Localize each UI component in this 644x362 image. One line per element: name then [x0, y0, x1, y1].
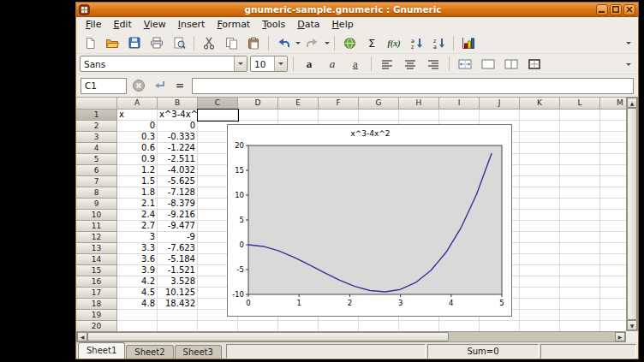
cell-H1[interactable] [399, 110, 439, 121]
row-header-19[interactable]: 19 [76, 310, 117, 321]
row-header-15[interactable]: 15 [76, 265, 117, 276]
cell-B20[interactable] [158, 321, 198, 331]
column-header-M[interactable]: M [600, 98, 626, 110]
center-across-selection-button[interactable] [455, 55, 475, 74]
cell-A1[interactable]: x [117, 110, 158, 121]
merge-cells-button[interactable] [478, 55, 498, 74]
cell-M3[interactable] [600, 132, 626, 143]
cell-K19[interactable] [520, 310, 560, 321]
sheet-tab-sheet3[interactable]: Sheet3 [175, 345, 222, 359]
cell-K17[interactable] [520, 288, 560, 299]
menu-help[interactable]: Help [326, 18, 360, 32]
cell-K7[interactable] [520, 176, 560, 187]
redo-dropdown-arrow[interactable] [325, 42, 330, 47]
cell-A14[interactable]: 3.6 [117, 254, 158, 265]
scroll-right-button[interactable]: ▶ [615, 332, 625, 341]
cell-M5[interactable] [600, 154, 626, 165]
cell-F1[interactable] [319, 110, 359, 121]
redo-button[interactable] [302, 33, 323, 52]
row-header-12[interactable]: 12 [76, 232, 117, 243]
cell-L17[interactable] [560, 288, 600, 299]
cell-M10[interactable] [600, 210, 626, 221]
cell-H20[interactable] [399, 321, 439, 331]
cell-A4[interactable]: 0.6 [117, 143, 158, 154]
cell-M7[interactable] [600, 176, 626, 187]
cell-K2[interactable] [520, 121, 560, 132]
row-header-4[interactable]: 4 [76, 143, 117, 154]
cell-K6[interactable] [520, 165, 560, 176]
cell-C1[interactable] [198, 110, 238, 121]
cell-B13[interactable]: -7.623 [158, 243, 198, 254]
column-header-C[interactable]: C [198, 98, 238, 110]
column-header-A[interactable]: A [117, 98, 158, 110]
cell-A3[interactable]: 0.3 [117, 132, 158, 143]
column-header-G[interactable]: G [359, 98, 399, 110]
cell-A11[interactable]: 2.7 [117, 221, 158, 232]
select-all-corner[interactable] [76, 98, 117, 110]
row-header-2[interactable]: 2 [76, 121, 117, 132]
cell-A13[interactable]: 3.3 [117, 243, 158, 254]
scroll-down-button[interactable]: ▼ [627, 320, 637, 330]
cell-A5[interactable]: 0.9 [117, 154, 158, 165]
minimize-button[interactable] [596, 4, 608, 15]
cell-L18[interactable] [560, 299, 600, 310]
column-header-L[interactable]: L [560, 98, 600, 110]
row-header-16[interactable]: 16 [76, 276, 117, 288]
cell-M9[interactable] [600, 199, 626, 210]
cell-K13[interactable] [520, 243, 560, 254]
cell-L6[interactable] [560, 165, 600, 176]
cell-A2[interactable]: 0 [117, 121, 158, 132]
italic-button[interactable]: a [322, 55, 343, 74]
horizontal-scrollbar[interactable]: ◀ ▶ [76, 331, 626, 342]
scroll-left-button[interactable]: ◀ [77, 332, 87, 341]
cell-L7[interactable] [560, 176, 600, 187]
print-preview-button[interactable] [169, 33, 189, 52]
cell-K10[interactable] [520, 210, 560, 221]
cell-L5[interactable] [560, 154, 600, 165]
cell-M13[interactable] [600, 243, 626, 254]
menu-tools[interactable]: Tools [256, 18, 291, 32]
save-button[interactable] [124, 33, 145, 52]
cell-M16[interactable] [600, 276, 626, 288]
cell-A7[interactable]: 1.5 [117, 176, 158, 187]
cell-L4[interactable] [560, 143, 600, 154]
sum-button[interactable]: Σ [361, 33, 382, 52]
cell-G1[interactable] [359, 110, 399, 121]
cell-B11[interactable]: -9.477 [158, 221, 198, 232]
cell-E20[interactable] [278, 321, 319, 331]
cell-B7[interactable]: -5.625 [158, 176, 198, 187]
cell-L1[interactable] [560, 110, 600, 121]
row-header-6[interactable]: 6 [76, 165, 117, 176]
cell-A16[interactable]: 4.2 [117, 276, 158, 288]
cell-A19[interactable] [117, 310, 158, 321]
cell-K15[interactable] [520, 265, 560, 276]
cell-B1[interactable]: x^3-4x^2 [158, 110, 198, 121]
cell-L2[interactable] [560, 121, 600, 132]
row-header-1[interactable]: 1 [76, 110, 117, 121]
cell-M11[interactable] [600, 221, 626, 232]
cell-B8[interactable]: -7.128 [158, 187, 198, 199]
titlebar[interactable]: gnumeric-sample.gnumeric : Gnumeric [76, 3, 638, 17]
cell-M6[interactable] [600, 165, 626, 176]
cell-D1[interactable] [238, 110, 278, 121]
formula-entry[interactable] [192, 78, 634, 94]
cell-D20[interactable] [238, 321, 278, 331]
row-header-5[interactable]: 5 [76, 154, 117, 165]
cell-L8[interactable] [560, 187, 600, 199]
cell-B10[interactable]: -9.216 [158, 210, 198, 221]
cell-K4[interactable] [520, 143, 560, 154]
cell-M1[interactable] [600, 110, 626, 121]
undo-dropdown-arrow[interactable] [295, 42, 301, 47]
insert-hyperlink-button[interactable] [339, 33, 360, 52]
bold-button[interactable]: a [299, 55, 319, 74]
row-header-17[interactable]: 17 [76, 288, 117, 299]
cell-A20[interactable] [117, 321, 158, 331]
sort-ascending-button[interactable]: az [406, 33, 426, 52]
cell-K12[interactable] [520, 232, 560, 243]
cell-M8[interactable] [600, 187, 626, 199]
cell-G20[interactable] [359, 321, 399, 331]
align-right-button[interactable] [423, 55, 444, 74]
column-header-I[interactable]: I [439, 98, 480, 110]
cell-I1[interactable] [439, 110, 480, 121]
column-header-B[interactable]: B [158, 98, 198, 110]
